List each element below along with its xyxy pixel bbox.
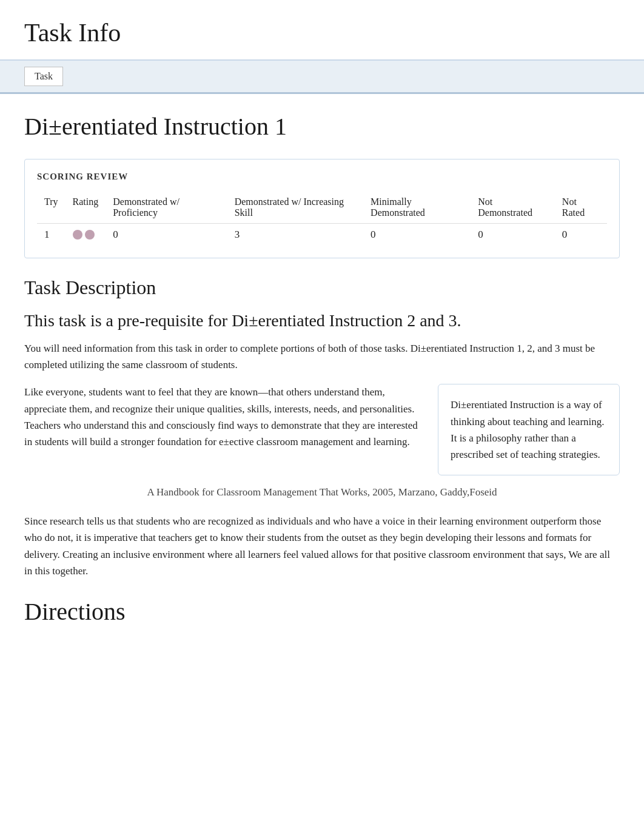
cell-rating — [65, 224, 106, 246]
scoring-section: SCORING REVIEW Try Rating Demonstrated w… — [24, 159, 620, 258]
page-header: Task Info — [0, 0, 644, 61]
cell-not-rated: 0 — [555, 224, 607, 246]
page-title: Task Info — [24, 18, 620, 47]
task-subtitle: This task is a pre-requisite for Di±eren… — [24, 311, 620, 330]
table-row: 1 0 3 0 0 0 — [37, 224, 607, 246]
col-rating: Rating — [65, 192, 106, 224]
body-text-2: Like everyone, students want to feel tha… — [24, 384, 420, 450]
dot-2 — [85, 230, 95, 240]
scoring-table: Try Rating Demonstrated w/ Proficiency D… — [37, 192, 607, 246]
citation: A Handbook for Classroom Management That… — [24, 486, 620, 498]
tab-bar: Task — [0, 61, 644, 94]
col-not-demonstrated: Not Demonstrated — [471, 192, 555, 224]
body-text-3: Since research tells us that students wh… — [24, 513, 620, 579]
col-minimally: Minimally Demonstrated — [363, 192, 471, 224]
body-text-1: You will need information from this task… — [24, 340, 620, 373]
cell-try: 1 — [37, 224, 65, 246]
cell-minimally: 0 — [363, 224, 471, 246]
directions-title: Directions — [24, 597, 620, 626]
sidebar-box: Di±erentiated Instruction is a way of th… — [438, 384, 620, 475]
task-description-title: Task Description — [24, 277, 620, 299]
col-demonstrated-proficiency: Demonstrated w/ Proficiency — [106, 192, 227, 224]
main-content: Di±erentiated Instruction 1 SCORING REVI… — [0, 94, 644, 644]
col-demonstrated-increasing: Demonstrated w/ Increasing Skill — [227, 192, 363, 224]
cell-not-demonstrated: 0 — [471, 224, 555, 246]
rating-dots — [73, 230, 99, 240]
col-not-rated: Not Rated — [555, 192, 607, 224]
col-try: Try — [37, 192, 65, 224]
dot-1 — [73, 230, 82, 240]
cell-demonstrated-proficiency: 0 — [106, 224, 227, 246]
cell-demonstrated-increasing: 3 — [227, 224, 363, 246]
task-title: Di±erentiated Instruction 1 — [24, 112, 620, 141]
scoring-review-label: SCORING REVIEW — [37, 172, 607, 182]
content-with-sidebar: Like everyone, students want to feel tha… — [24, 384, 620, 475]
tab-task[interactable]: Task — [24, 67, 63, 86]
